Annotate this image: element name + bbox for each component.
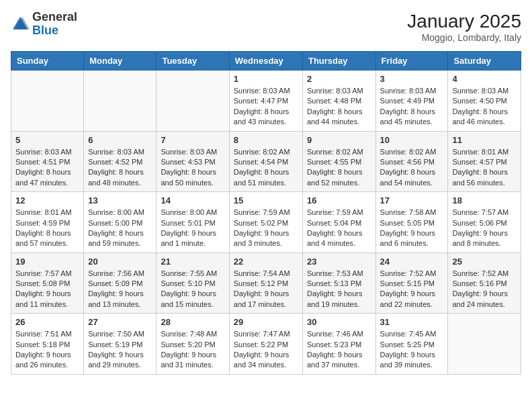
week-row-2: 5Sunrise: 8:03 AM Sunset: 4:51 PM Daylig… [11, 131, 521, 192]
day-number: 3 [380, 74, 444, 84]
day-number: 12 [15, 195, 79, 205]
calendar-cell: 1Sunrise: 8:03 AM Sunset: 4:47 PM Daylig… [229, 71, 302, 132]
day-info: Sunrise: 8:02 AM Sunset: 4:54 PM Dayligh… [234, 147, 298, 189]
month-title: January 2025 [407, 11, 521, 32]
calendar-cell: 2Sunrise: 8:03 AM Sunset: 4:48 PM Daylig… [302, 71, 375, 132]
day-number: 21 [161, 257, 224, 267]
calendar-cell: 5Sunrise: 8:03 AM Sunset: 4:51 PM Daylig… [11, 131, 84, 192]
day-info: Sunrise: 7:57 AM Sunset: 5:08 PM Dayligh… [15, 269, 79, 310]
day-info: Sunrise: 8:02 AM Sunset: 4:56 PM Dayligh… [380, 147, 444, 189]
day-info: Sunrise: 8:03 AM Sunset: 4:47 PM Dayligh… [234, 86, 298, 128]
calendar-cell: 14Sunrise: 8:00 AM Sunset: 5:01 PM Dayli… [157, 192, 229, 253]
calendar-cell: 16Sunrise: 7:59 AM Sunset: 5:04 PM Dayli… [302, 192, 375, 253]
day-info: Sunrise: 7:58 AM Sunset: 5:05 PM Dayligh… [380, 208, 444, 249]
calendar-cell: 13Sunrise: 8:00 AM Sunset: 5:00 PM Dayli… [84, 192, 157, 253]
calendar-cell: 9Sunrise: 8:02 AM Sunset: 4:55 PM Daylig… [302, 131, 375, 192]
day-info: Sunrise: 7:46 AM Sunset: 5:23 PM Dayligh… [307, 329, 371, 371]
calendar-cell: 26Sunrise: 7:51 AM Sunset: 5:18 PM Dayli… [11, 314, 84, 375]
calendar-cell: 25Sunrise: 7:52 AM Sunset: 5:16 PM Dayli… [448, 253, 521, 314]
day-info: Sunrise: 7:48 AM Sunset: 5:20 PM Dayligh… [161, 329, 224, 371]
calendar-cell [84, 71, 157, 132]
day-info: Sunrise: 7:53 AM Sunset: 5:13 PM Dayligh… [307, 269, 371, 310]
logo-text: General Blue [32, 11, 77, 38]
calendar-cell: 7Sunrise: 8:03 AM Sunset: 4:53 PM Daylig… [157, 131, 229, 192]
day-number: 17 [380, 195, 444, 205]
day-info: Sunrise: 8:03 AM Sunset: 4:51 PM Dayligh… [15, 147, 79, 189]
day-number: 14 [161, 195, 224, 205]
title-block: January 2025 Moggio, Lombardy, Italy [407, 11, 521, 43]
day-number: 29 [234, 317, 298, 327]
day-number: 23 [307, 257, 371, 267]
calendar-cell: 21Sunrise: 7:55 AM Sunset: 5:10 PM Dayli… [157, 253, 229, 314]
day-number: 18 [452, 195, 517, 205]
weekday-header-wednesday: Wednesday [229, 52, 302, 71]
day-number: 15 [234, 195, 298, 205]
calendar-cell: 24Sunrise: 7:52 AM Sunset: 5:15 PM Dayli… [375, 253, 448, 314]
day-number: 30 [307, 317, 371, 327]
weekday-header-row: SundayMondayTuesdayWednesdayThursdayFrid… [11, 52, 521, 71]
day-number: 22 [234, 257, 298, 267]
week-row-5: 26Sunrise: 7:51 AM Sunset: 5:18 PM Dayli… [11, 314, 521, 375]
day-number: 9 [307, 135, 371, 145]
logo: General Blue [11, 11, 77, 38]
calendar-cell [11, 71, 84, 132]
calendar-cell: 10Sunrise: 8:02 AM Sunset: 4:56 PM Dayli… [375, 131, 448, 192]
day-number: 28 [161, 317, 224, 327]
day-info: Sunrise: 7:57 AM Sunset: 5:06 PM Dayligh… [452, 208, 517, 249]
day-number: 11 [452, 135, 517, 145]
day-number: 5 [15, 135, 79, 145]
calendar-cell: 28Sunrise: 7:48 AM Sunset: 5:20 PM Dayli… [157, 314, 229, 375]
calendar-cell: 20Sunrise: 7:56 AM Sunset: 5:09 PM Dayli… [84, 253, 157, 314]
day-number: 27 [88, 317, 152, 327]
day-info: Sunrise: 8:03 AM Sunset: 4:49 PM Dayligh… [380, 86, 444, 128]
day-info: Sunrise: 7:51 AM Sunset: 5:18 PM Dayligh… [15, 329, 79, 371]
week-row-1: 1Sunrise: 8:03 AM Sunset: 4:47 PM Daylig… [11, 71, 521, 132]
weekday-header-thursday: Thursday [302, 52, 375, 71]
day-number: 19 [15, 257, 79, 267]
calendar-table: SundayMondayTuesdayWednesdayThursdayFrid… [11, 51, 521, 375]
weekday-header-friday: Friday [375, 52, 448, 71]
calendar-cell: 15Sunrise: 7:59 AM Sunset: 5:02 PM Dayli… [229, 192, 302, 253]
day-info: Sunrise: 8:03 AM Sunset: 4:48 PM Dayligh… [307, 86, 371, 128]
calendar-cell: 18Sunrise: 7:57 AM Sunset: 5:06 PM Dayli… [448, 192, 521, 253]
day-info: Sunrise: 7:47 AM Sunset: 5:22 PM Dayligh… [234, 329, 298, 371]
day-info: Sunrise: 8:03 AM Sunset: 4:52 PM Dayligh… [88, 147, 152, 189]
day-info: Sunrise: 8:03 AM Sunset: 4:50 PM Dayligh… [452, 86, 517, 128]
day-info: Sunrise: 7:45 AM Sunset: 5:25 PM Dayligh… [380, 329, 444, 371]
page-header: General Blue January 2025 Moggio, Lombar… [11, 11, 521, 43]
day-number: 13 [88, 195, 152, 205]
logo-icon [11, 15, 30, 34]
calendar-cell: 12Sunrise: 8:01 AM Sunset: 4:59 PM Dayli… [11, 192, 84, 253]
calendar-cell [157, 71, 229, 132]
day-info: Sunrise: 8:02 AM Sunset: 4:55 PM Dayligh… [307, 147, 371, 189]
calendar-cell: 27Sunrise: 7:50 AM Sunset: 5:19 PM Dayli… [84, 314, 157, 375]
calendar-cell: 17Sunrise: 7:58 AM Sunset: 5:05 PM Dayli… [375, 192, 448, 253]
weekday-header-monday: Monday [84, 52, 157, 71]
calendar-cell: 31Sunrise: 7:45 AM Sunset: 5:25 PM Dayli… [375, 314, 448, 375]
weekday-header-sunday: Sunday [11, 52, 84, 71]
calendar-cell: 23Sunrise: 7:53 AM Sunset: 5:13 PM Dayli… [302, 253, 375, 314]
day-number: 16 [307, 195, 371, 205]
calendar-cell: 29Sunrise: 7:47 AM Sunset: 5:22 PM Dayli… [229, 314, 302, 375]
week-row-3: 12Sunrise: 8:01 AM Sunset: 4:59 PM Dayli… [11, 192, 521, 253]
weekday-header-saturday: Saturday [448, 52, 521, 71]
day-info: Sunrise: 8:01 AM Sunset: 4:59 PM Dayligh… [15, 208, 79, 249]
day-info: Sunrise: 7:56 AM Sunset: 5:09 PM Dayligh… [88, 269, 152, 310]
day-number: 2 [307, 74, 371, 84]
calendar-cell: 30Sunrise: 7:46 AM Sunset: 5:23 PM Dayli… [302, 314, 375, 375]
day-number: 7 [161, 135, 224, 145]
day-info: Sunrise: 7:54 AM Sunset: 5:12 PM Dayligh… [234, 269, 298, 310]
calendar-cell: 19Sunrise: 7:57 AM Sunset: 5:08 PM Dayli… [11, 253, 84, 314]
day-info: Sunrise: 7:59 AM Sunset: 5:02 PM Dayligh… [234, 208, 298, 249]
day-info: Sunrise: 7:55 AM Sunset: 5:10 PM Dayligh… [161, 269, 224, 310]
day-number: 10 [380, 135, 444, 145]
day-info: Sunrise: 7:59 AM Sunset: 5:04 PM Dayligh… [307, 208, 371, 249]
calendar-cell: 6Sunrise: 8:03 AM Sunset: 4:52 PM Daylig… [84, 131, 157, 192]
day-info: Sunrise: 7:52 AM Sunset: 5:16 PM Dayligh… [452, 269, 517, 310]
day-info: Sunrise: 7:52 AM Sunset: 5:15 PM Dayligh… [380, 269, 444, 310]
calendar-cell: 11Sunrise: 8:01 AM Sunset: 4:57 PM Dayli… [448, 131, 521, 192]
day-number: 26 [15, 317, 79, 327]
calendar-cell [448, 314, 521, 375]
location: Moggio, Lombardy, Italy [407, 32, 521, 43]
day-info: Sunrise: 8:00 AM Sunset: 5:00 PM Dayligh… [88, 208, 152, 249]
